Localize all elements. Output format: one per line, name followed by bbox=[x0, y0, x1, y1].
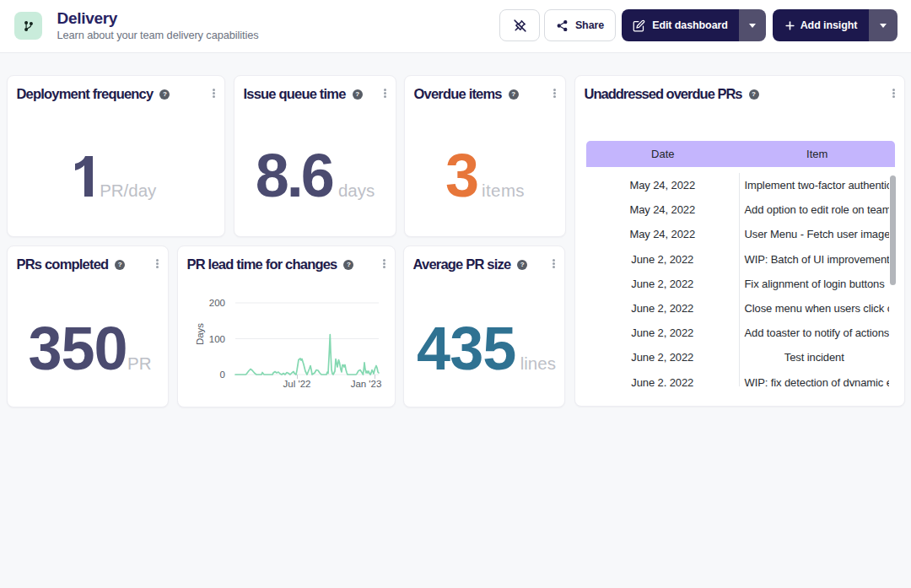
svg-text:0: 0 bbox=[220, 370, 225, 380]
svg-text:Days: Days bbox=[195, 323, 205, 345]
svg-text:100: 100 bbox=[209, 334, 225, 344]
svg-text:Jan '23: Jan '23 bbox=[351, 379, 382, 389]
svg-text:Jul '22: Jul '22 bbox=[283, 379, 311, 389]
svg-text:200: 200 bbox=[209, 298, 225, 308]
